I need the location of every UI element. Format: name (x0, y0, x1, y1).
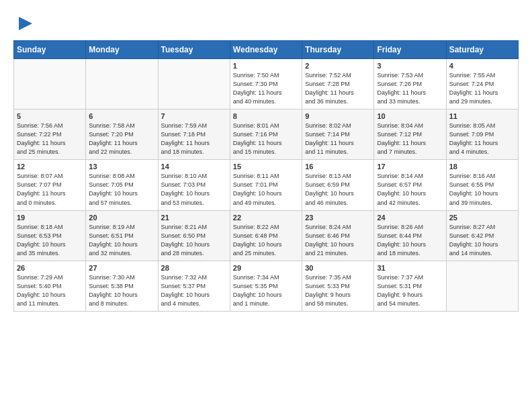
day-number: 7 (161, 112, 227, 120)
day-info: Sunrise: 8:07 AM Sunset: 7:07 PM Dayligh… (17, 172, 83, 207)
day-number: 12 (17, 163, 83, 171)
day-number: 20 (89, 214, 154, 222)
day-info: Sunrise: 7:50 AM Sunset: 7:30 PM Dayligh… (233, 71, 299, 106)
day-info: Sunrise: 8:01 AM Sunset: 7:16 PM Dayligh… (233, 122, 299, 156)
calendar-cell: 31Sunrise: 7:37 AM Sunset: 5:31 PM Dayli… (374, 261, 446, 311)
calendar-cell: 26Sunrise: 7:29 AM Sunset: 5:40 PM Dayli… (14, 261, 86, 311)
day-number: 25 (449, 214, 515, 222)
day-info: Sunrise: 7:53 AM Sunset: 7:26 PM Dayligh… (377, 71, 443, 106)
day-number: 31 (377, 264, 443, 272)
day-number: 19 (17, 214, 83, 222)
calendar-week-row: 26Sunrise: 7:29 AM Sunset: 5:40 PM Dayli… (14, 261, 519, 311)
calendar-cell: 25Sunrise: 8:27 AM Sunset: 6:42 PM Dayli… (446, 210, 518, 261)
calendar-week-row: 1Sunrise: 7:50 AM Sunset: 7:30 PM Daylig… (14, 59, 519, 109)
calendar-week-row: 19Sunrise: 8:18 AM Sunset: 6:53 PM Dayli… (14, 210, 519, 261)
day-number: 3 (377, 62, 443, 70)
header (13, 13, 519, 34)
weekday-header-thursday: Thursday (302, 41, 374, 59)
day-info: Sunrise: 8:19 AM Sunset: 6:51 PM Dayligh… (89, 223, 154, 258)
day-info: Sunrise: 8:04 AM Sunset: 7:12 PM Dayligh… (377, 122, 443, 156)
calendar-week-row: 5Sunrise: 7:56 AM Sunset: 7:22 PM Daylig… (14, 109, 519, 160)
calendar-cell: 3Sunrise: 7:53 AM Sunset: 7:26 PM Daylig… (374, 59, 446, 109)
day-info: Sunrise: 8:13 AM Sunset: 6:59 PM Dayligh… (305, 172, 371, 207)
calendar-cell: 21Sunrise: 8:21 AM Sunset: 6:50 PM Dayli… (158, 210, 230, 261)
day-number: 24 (377, 214, 443, 222)
calendar-cell (86, 59, 158, 109)
calendar-cell: 29Sunrise: 7:34 AM Sunset: 5:35 PM Dayli… (230, 261, 302, 311)
calendar-cell: 15Sunrise: 8:11 AM Sunset: 7:01 PM Dayli… (230, 160, 302, 210)
day-info: Sunrise: 7:34 AM Sunset: 5:35 PM Dayligh… (233, 273, 299, 308)
day-number: 22 (233, 214, 299, 222)
day-number: 18 (449, 163, 515, 171)
day-number: 2 (305, 62, 371, 70)
calendar-cell: 17Sunrise: 8:14 AM Sunset: 6:57 PM Dayli… (374, 160, 446, 210)
weekday-header-wednesday: Wednesday (230, 41, 302, 59)
weekday-header-friday: Friday (374, 41, 446, 59)
calendar-cell: 14Sunrise: 8:10 AM Sunset: 7:03 PM Dayli… (158, 160, 230, 210)
day-number: 8 (233, 112, 299, 120)
day-number: 30 (305, 264, 371, 272)
page: SundayMondayTuesdayWednesdayThursdayFrid… (0, 0, 532, 318)
day-number: 17 (377, 163, 443, 171)
day-info: Sunrise: 7:59 AM Sunset: 7:18 PM Dayligh… (161, 122, 227, 156)
calendar-cell: 13Sunrise: 8:08 AM Sunset: 7:05 PM Dayli… (86, 160, 158, 210)
day-info: Sunrise: 8:16 AM Sunset: 6:55 PM Dayligh… (449, 172, 515, 207)
day-number: 16 (305, 163, 371, 171)
calendar-cell: 23Sunrise: 8:24 AM Sunset: 6:46 PM Dayli… (302, 210, 374, 261)
day-info: Sunrise: 8:24 AM Sunset: 6:46 PM Dayligh… (305, 223, 371, 258)
day-number: 13 (89, 163, 154, 171)
day-info: Sunrise: 7:37 AM Sunset: 5:31 PM Dayligh… (377, 273, 443, 308)
day-info: Sunrise: 8:21 AM Sunset: 6:50 PM Dayligh… (161, 223, 227, 258)
day-number: 21 (161, 214, 227, 222)
day-info: Sunrise: 8:27 AM Sunset: 6:42 PM Dayligh… (449, 223, 515, 258)
day-number: 6 (89, 112, 154, 120)
weekday-header-row: SundayMondayTuesdayWednesdayThursdayFrid… (14, 41, 519, 59)
calendar-cell: 20Sunrise: 8:19 AM Sunset: 6:51 PM Dayli… (86, 210, 158, 261)
calendar-cell: 30Sunrise: 7:35 AM Sunset: 5:33 PM Dayli… (302, 261, 374, 311)
day-info: Sunrise: 8:22 AM Sunset: 6:48 PM Dayligh… (233, 223, 299, 258)
calendar-cell: 9Sunrise: 8:02 AM Sunset: 7:14 PM Daylig… (302, 109, 374, 160)
calendar-cell: 24Sunrise: 8:26 AM Sunset: 6:44 PM Dayli… (374, 210, 446, 261)
calendar-cell: 12Sunrise: 8:07 AM Sunset: 7:07 PM Dayli… (14, 160, 86, 210)
calendar-cell: 7Sunrise: 7:59 AM Sunset: 7:18 PM Daylig… (158, 109, 230, 160)
calendar-cell (446, 261, 518, 311)
calendar-cell: 18Sunrise: 8:16 AM Sunset: 6:55 PM Dayli… (446, 160, 518, 210)
weekday-header-sunday: Sunday (14, 41, 86, 59)
calendar-cell: 6Sunrise: 7:58 AM Sunset: 7:20 PM Daylig… (86, 109, 158, 160)
day-info: Sunrise: 8:02 AM Sunset: 7:14 PM Dayligh… (305, 122, 371, 156)
day-number: 1 (233, 62, 299, 70)
day-info: Sunrise: 7:30 AM Sunset: 5:38 PM Dayligh… (89, 273, 154, 308)
svg-marker-0 (19, 17, 32, 30)
calendar-cell: 19Sunrise: 8:18 AM Sunset: 6:53 PM Dayli… (14, 210, 86, 261)
day-number: 5 (17, 112, 83, 120)
day-number: 4 (449, 62, 515, 70)
logo-icon (15, 13, 36, 34)
day-info: Sunrise: 8:11 AM Sunset: 7:01 PM Dayligh… (233, 172, 299, 207)
calendar-table: SundayMondayTuesdayWednesdayThursdayFrid… (13, 40, 519, 312)
day-number: 9 (305, 112, 371, 120)
calendar-cell: 27Sunrise: 7:30 AM Sunset: 5:38 PM Dayli… (86, 261, 158, 311)
day-info: Sunrise: 7:52 AM Sunset: 7:28 PM Dayligh… (305, 71, 371, 106)
weekday-header-monday: Monday (86, 41, 158, 59)
calendar-cell: 22Sunrise: 8:22 AM Sunset: 6:48 PM Dayli… (230, 210, 302, 261)
day-number: 27 (89, 264, 154, 272)
day-info: Sunrise: 7:35 AM Sunset: 5:33 PM Dayligh… (305, 273, 371, 308)
calendar-cell: 16Sunrise: 8:13 AM Sunset: 6:59 PM Dayli… (302, 160, 374, 210)
day-number: 11 (449, 112, 515, 120)
day-info: Sunrise: 8:08 AM Sunset: 7:05 PM Dayligh… (89, 172, 154, 207)
weekday-header-tuesday: Tuesday (158, 41, 230, 59)
day-info: Sunrise: 7:56 AM Sunset: 7:22 PM Dayligh… (17, 122, 83, 156)
day-number: 29 (233, 264, 299, 272)
day-info: Sunrise: 7:32 AM Sunset: 5:37 PM Dayligh… (161, 273, 227, 308)
day-info: Sunrise: 8:26 AM Sunset: 6:44 PM Dayligh… (377, 223, 443, 258)
day-number: 26 (17, 264, 83, 272)
day-info: Sunrise: 7:55 AM Sunset: 7:24 PM Dayligh… (449, 71, 515, 106)
day-number: 28 (161, 264, 227, 272)
calendar-cell: 1Sunrise: 7:50 AM Sunset: 7:30 PM Daylig… (230, 59, 302, 109)
day-info: Sunrise: 8:18 AM Sunset: 6:53 PM Dayligh… (17, 223, 83, 258)
day-info: Sunrise: 8:05 AM Sunset: 7:09 PM Dayligh… (449, 122, 515, 156)
day-number: 14 (161, 163, 227, 171)
calendar-cell (158, 59, 230, 109)
day-number: 15 (233, 163, 299, 171)
day-info: Sunrise: 8:14 AM Sunset: 6:57 PM Dayligh… (377, 172, 443, 207)
